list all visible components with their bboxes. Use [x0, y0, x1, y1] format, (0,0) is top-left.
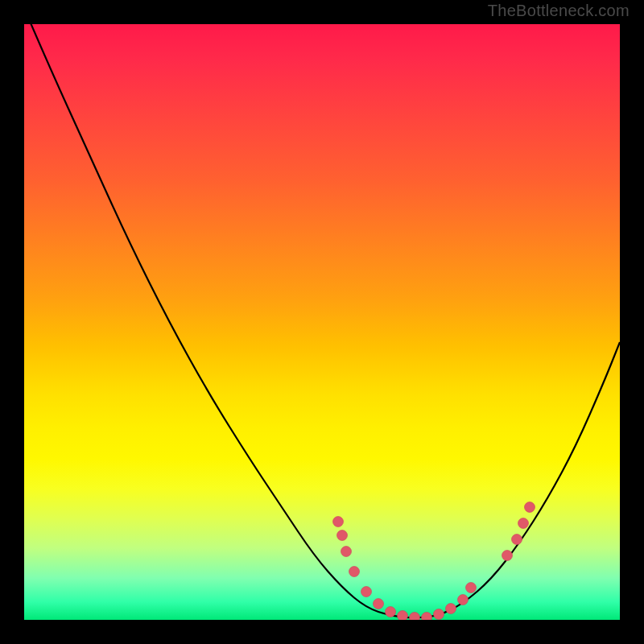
curve-svg [24, 24, 620, 620]
marker-dot [398, 611, 408, 621]
bottleneck-curve [24, 24, 620, 617]
marker-dot [386, 607, 396, 617]
marker-dot [349, 567, 360, 577]
marker-dot [410, 613, 420, 621]
marker-dot [337, 530, 348, 541]
marker-dot [466, 583, 477, 593]
marker-dot [518, 518, 529, 529]
marker-dot [333, 517, 344, 527]
marker-dot [446, 604, 456, 614]
marker-dot [374, 599, 384, 609]
chart-frame: TheBottleneck.com [0, 0, 644, 644]
marker-dot [502, 551, 513, 561]
marker-dot [458, 595, 469, 605]
marker-dot [434, 609, 444, 620]
marker-dot [512, 535, 522, 545]
marker-dot [525, 502, 535, 513]
marker-dot [341, 547, 352, 557]
plot-area [24, 24, 620, 620]
marker-dot [361, 587, 372, 597]
marker-dot [422, 613, 432, 621]
watermark-text: TheBottleneck.com [488, 2, 630, 20]
